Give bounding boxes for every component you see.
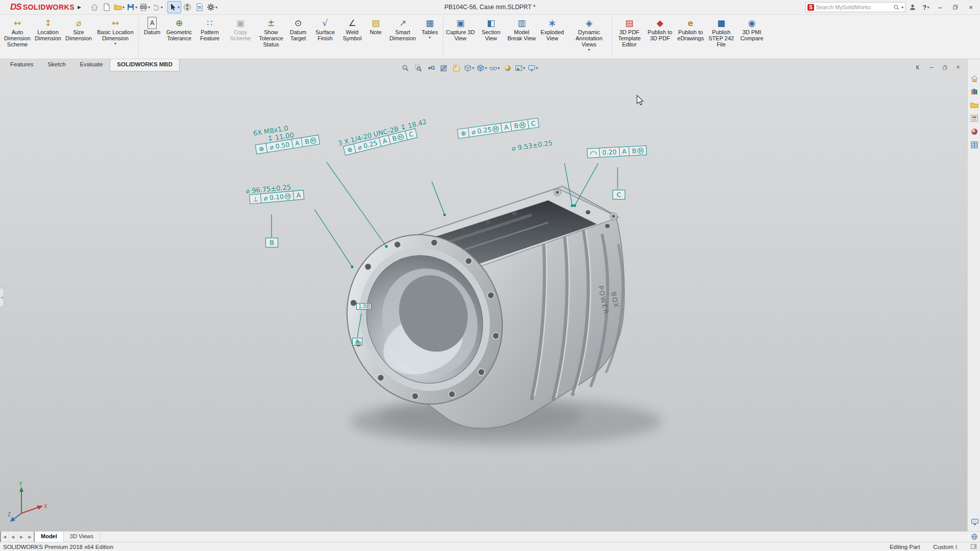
- close-window-button[interactable]: ×: [964, 1, 978, 13]
- first-tab-button[interactable]: ◀: [0, 532, 9, 542]
- help-button[interactable]: ? ▾: [920, 1, 932, 13]
- ribbon-button-pattern-feature[interactable]: ∷ Pattern Feature: [194, 16, 225, 42]
- previous-tab-button[interactable]: ◀: [9, 532, 17, 542]
- ribbon-button-publish-to-edrawings[interactable]: e Publish to eDrawings: [675, 16, 706, 42]
- datum-flag-b[interactable]: B: [265, 238, 278, 247]
- help-caret-icon[interactable]: ▾: [927, 5, 929, 10]
- datum-flag-c[interactable]: C: [612, 190, 625, 199]
- ribbon-button-note[interactable]: ▤ Note: [364, 16, 387, 36]
- annotation-thread-unc[interactable]: 3 X 1/4-20 UNC-2B ↧ 18.42 ⊕ ⌀ 0.25 A BM …: [337, 118, 430, 157]
- ribbon-button-tables[interactable]: ▦ Tables ▾: [418, 16, 442, 41]
- file-properties-button[interactable]: [193, 1, 206, 13]
- feature-tree-collapse-handle[interactable]: ◂: [0, 288, 4, 307]
- ribbon-button-surface-finish[interactable]: √ Surface Finish: [310, 16, 340, 42]
- zoom-to-area-button[interactable]: [412, 62, 424, 73]
- ribbon-button-3d-pdf-template-editor[interactable]: ▤ 3D PDF Template Editor: [614, 16, 645, 48]
- search-icon[interactable]: [893, 4, 900, 11]
- section-view-button[interactable]: [437, 62, 450, 73]
- ribbon-button-datum[interactable]: A Datum: [140, 16, 164, 36]
- home-button[interactable]: [88, 1, 101, 13]
- ribbon-button-auto-dimension-scheme[interactable]: ↔ Auto Dimension Scheme: [2, 16, 33, 48]
- ribbon-button-dynamic-annotation-views[interactable]: ◈ Dynamic Annotation Views ▾: [568, 16, 610, 53]
- ribbon-button-weld-symbol[interactable]: ∠ Weld Symbol: [340, 16, 364, 42]
- annotation-hole-size[interactable]: ⌀ 9.53±0.25: [511, 139, 553, 152]
- tab-evaluate[interactable]: Evaluate: [73, 59, 110, 71]
- feature-control-frame[interactable]: 0.20 A BM: [587, 145, 647, 158]
- hide-show-caret-icon[interactable]: ▾: [498, 66, 500, 70]
- ribbon-button-publish-to-3d-pdf[interactable]: ◆ Publish to 3D PDF: [645, 16, 675, 42]
- file-explorer-button[interactable]: [968, 99, 980, 111]
- dynamic-annotation-views-button[interactable]: [450, 62, 462, 73]
- last-tab-button[interactable]: ▶: [26, 532, 35, 542]
- rebuild-button[interactable]: [181, 1, 193, 13]
- save-caret-icon[interactable]: ▾: [135, 5, 137, 10]
- graphics-viewport[interactable]: Features Sketch Evaluate SOLIDWORKS MBD …: [0, 59, 980, 531]
- datum-flag-a[interactable]: A: [352, 338, 362, 345]
- open-document-button[interactable]: ▾: [113, 1, 126, 13]
- tab-features[interactable]: Features: [3, 59, 40, 71]
- custom-properties-button[interactable]: [968, 139, 980, 151]
- options-button[interactable]: ▾: [206, 1, 218, 13]
- annotation-bore[interactable]: ⌀ 96.75±0.25 ⊥ ⌀ 0.10M A: [246, 182, 304, 205]
- appearances-scenes-button[interactable]: [968, 126, 980, 137]
- dropdown-caret-icon[interactable]: ▾: [588, 48, 590, 52]
- previous-view-button[interactable]: [425, 62, 437, 73]
- ribbon-button-datum-target[interactable]: ⊙ Datum Target: [286, 16, 310, 42]
- doc-close-button[interactable]: ×: [951, 62, 965, 72]
- annotation-thread-m8[interactable]: 6X M8x1.0 ↧ 11.00 ⊕ ⌀ 0.50 A BM: [253, 119, 320, 154]
- tab-model[interactable]: Model: [35, 532, 64, 542]
- search-box[interactable]: S ▾: [805, 2, 905, 12]
- apply-scene-caret-icon[interactable]: ▾: [523, 66, 525, 70]
- view-orientation-button[interactable]: ▾: [463, 62, 475, 73]
- edit-appearance-button[interactable]: [501, 62, 513, 73]
- minimize-window-button[interactable]: –: [933, 1, 947, 13]
- ribbon-button-publish-step-242[interactable]: ■ Publish STEP 242 File: [706, 16, 737, 48]
- pane-display-toggle-button[interactable]: [969, 516, 980, 528]
- select-caret-icon[interactable]: ▾: [178, 5, 180, 10]
- task-pane-globe-icon[interactable]: [971, 533, 978, 540]
- undo-button[interactable]: ▾: [151, 1, 164, 13]
- units-selector[interactable]: Custom ▴▾: [933, 544, 957, 550]
- tab-3d-views[interactable]: 3D Views: [64, 532, 100, 542]
- status-pane-icon[interactable]: [970, 543, 977, 550]
- doc-restore-button[interactable]: [938, 62, 951, 72]
- ribbon-button-show-tolerance-status[interactable]: ± Show Tolerance Status: [256, 16, 286, 48]
- ribbon-button-3d-pmi-compare[interactable]: ◉ 3D PMI Compare: [737, 16, 767, 42]
- tab-solidworks-mbd[interactable]: SOLIDWORKS MBD: [110, 59, 180, 71]
- display-style-button[interactable]: ▾: [476, 62, 488, 73]
- ribbon-button-section-view[interactable]: ◧ Section View: [476, 16, 506, 42]
- menu-expand-arrow-icon[interactable]: ▶: [78, 5, 81, 10]
- annotation-hole-position[interactable]: ⊕ ⌀ 0.25M A BM C: [457, 118, 539, 139]
- print-button[interactable]: ▾: [138, 1, 151, 13]
- ribbon-button-size-dimension[interactable]: ⌀ Size Dimension: [63, 16, 94, 42]
- tab-sketch[interactable]: Sketch: [40, 59, 72, 71]
- ribbon-button-model-break-view[interactable]: ▥ Model Break View: [506, 16, 537, 42]
- solidworks-resources-button[interactable]: [968, 72, 980, 84]
- search-input[interactable]: [816, 4, 892, 10]
- dropdown-caret-icon[interactable]: ▾: [429, 36, 431, 40]
- feature-control-frame[interactable]: ⊕ ⌀ 0.25M A BM C: [457, 118, 539, 139]
- display-style-caret-icon[interactable]: ▾: [485, 66, 487, 70]
- dropdown-caret-icon[interactable]: ▾: [114, 42, 116, 46]
- doc-minimize-button[interactable]: –: [925, 62, 938, 72]
- view-settings-button[interactable]: ▾: [527, 62, 539, 73]
- hide-show-items-button[interactable]: ▾: [488, 62, 501, 73]
- print-caret-icon[interactable]: ▾: [148, 5, 150, 10]
- doc-previous-window-button[interactable]: [912, 62, 925, 72]
- feature-control-frame[interactable]: 1.00: [356, 303, 372, 310]
- design-library-button[interactable]: [968, 86, 980, 97]
- ribbon-button-geometric-tolerance[interactable]: ⊕ Geometric Tolerance: [164, 16, 194, 42]
- units-spinner-icon[interactable]: ▴▾: [955, 544, 957, 549]
- restore-window-button[interactable]: [948, 1, 963, 13]
- ribbon-button-exploded-view[interactable]: ∗ Exploded View: [537, 16, 568, 42]
- next-tab-button[interactable]: ▶: [17, 532, 26, 542]
- view-settings-caret-icon[interactable]: ▾: [536, 66, 538, 70]
- ribbon-button-smart-dimension[interactable]: ↗ Smart Dimension: [387, 16, 418, 42]
- view-palette-button[interactable]: [968, 112, 980, 124]
- options-caret-icon[interactable]: ▾: [215, 5, 217, 10]
- 3d-model-gearbox-case[interactable]: POWER BOX: [312, 164, 680, 465]
- annotation-small-tolerance[interactable]: 1.00: [356, 303, 372, 310]
- login-button[interactable]: [906, 1, 919, 13]
- ribbon-button-capture-3d-view[interactable]: ▣ Capture 3D View: [445, 16, 476, 42]
- open-caret-icon[interactable]: ▾: [122, 5, 125, 10]
